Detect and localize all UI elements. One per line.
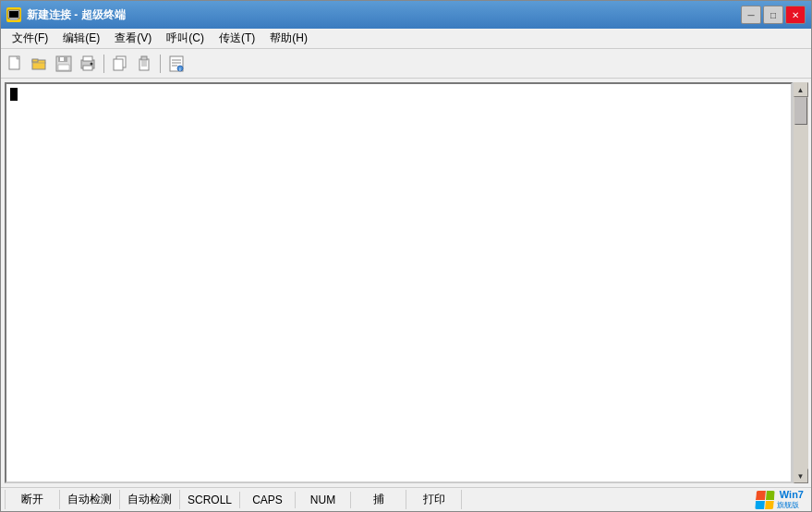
- svg-rect-16: [114, 59, 123, 70]
- terminal-container[interactable]: [5, 82, 793, 483]
- flag-yellow: [764, 500, 773, 509]
- maximize-button[interactable]: □: [763, 6, 783, 24]
- scroll-up-button[interactable]: ▲: [794, 82, 808, 97]
- scroll-track[interactable]: [794, 97, 808, 469]
- status-disconnect: 断开: [5, 490, 60, 509]
- close-button[interactable]: ✕: [785, 6, 806, 24]
- window-title: 新建连接 - 超级终端: [27, 7, 126, 23]
- sep1: [103, 55, 104, 73]
- scroll-thumb[interactable]: [794, 97, 807, 125]
- terminal-cursor: [10, 88, 18, 101]
- properties-button[interactable]: i: [165, 53, 188, 75]
- svg-point-14: [91, 62, 93, 65]
- menu-view[interactable]: 查看(V): [107, 29, 159, 48]
- menu-bar: 文件(F) 编辑(E) 查看(V) 呼叫(C) 传送(T) 帮助(H): [1, 29, 811, 49]
- toolbar: i: [1, 49, 811, 79]
- title-bar: 新建连接 - 超级终端 ─ □ ✕: [1, 1, 811, 29]
- open-button[interactable]: [29, 53, 51, 75]
- status-capture: 捕: [351, 490, 406, 509]
- flag-green: [765, 491, 774, 500]
- status-auto1: 自动检测: [60, 490, 120, 509]
- svg-rect-13: [83, 66, 92, 70]
- svg-rect-17: [139, 59, 149, 70]
- menu-help[interactable]: 帮助(H): [262, 29, 315, 48]
- menu-file[interactable]: 文件(F): [5, 29, 55, 48]
- main-window: 新建连接 - 超级终端 ─ □ ✕ 文件(F) 编辑(E) 查看(V) 呼叫(C…: [0, 0, 812, 512]
- win7-text: Win7: [780, 489, 804, 500]
- new-button[interactable]: [5, 53, 27, 75]
- cursor-line: [10, 88, 787, 101]
- svg-rect-6: [32, 59, 38, 62]
- svg-rect-12: [83, 56, 92, 61]
- scrollbar[interactable]: ▲ ▼: [793, 82, 807, 483]
- menu-edit[interactable]: 编辑(E): [55, 29, 107, 48]
- status-print: 打印: [406, 490, 462, 509]
- win7-edition: 旗舰版: [777, 500, 804, 510]
- sep2: [160, 55, 161, 73]
- save-button[interactable]: [53, 53, 75, 75]
- flag-red: [756, 491, 765, 500]
- status-auto2: 自动检测: [120, 490, 180, 509]
- status-bar: 断开 自动检测 自动检测 SCROLL CAPS NUM 捕 打印 Win7 旗…: [1, 487, 811, 511]
- svg-rect-9: [60, 57, 64, 61]
- copy-button[interactable]: [109, 53, 131, 75]
- svg-rect-18: [141, 56, 147, 60]
- minimize-button[interactable]: ─: [741, 6, 761, 24]
- menu-call[interactable]: 呼叫(C): [159, 29, 212, 48]
- svg-rect-10: [58, 65, 69, 70]
- title-bar-controls: ─ □ ✕: [741, 6, 806, 24]
- title-bar-left: 新建连接 - 超级终端: [6, 7, 126, 23]
- status-caps: CAPS: [240, 492, 296, 508]
- scroll-down-button[interactable]: ▼: [794, 469, 808, 483]
- win7-branding: Win7 旗舰版: [756, 489, 807, 510]
- win7-flag-icon: [755, 491, 775, 509]
- flag-blue: [755, 500, 764, 509]
- terminal-content[interactable]: [6, 84, 791, 482]
- status-num: NUM: [296, 492, 351, 508]
- status-scroll: SCROLL: [180, 492, 240, 508]
- main-area: ▲ ▼: [1, 79, 811, 487]
- svg-rect-1: [9, 11, 18, 18]
- app-icon: [6, 7, 21, 22]
- svg-rect-2: [10, 18, 18, 20]
- paste-button[interactable]: [133, 53, 155, 75]
- menu-transfer[interactable]: 传送(T): [212, 29, 262, 48]
- print-button[interactable]: [77, 53, 99, 75]
